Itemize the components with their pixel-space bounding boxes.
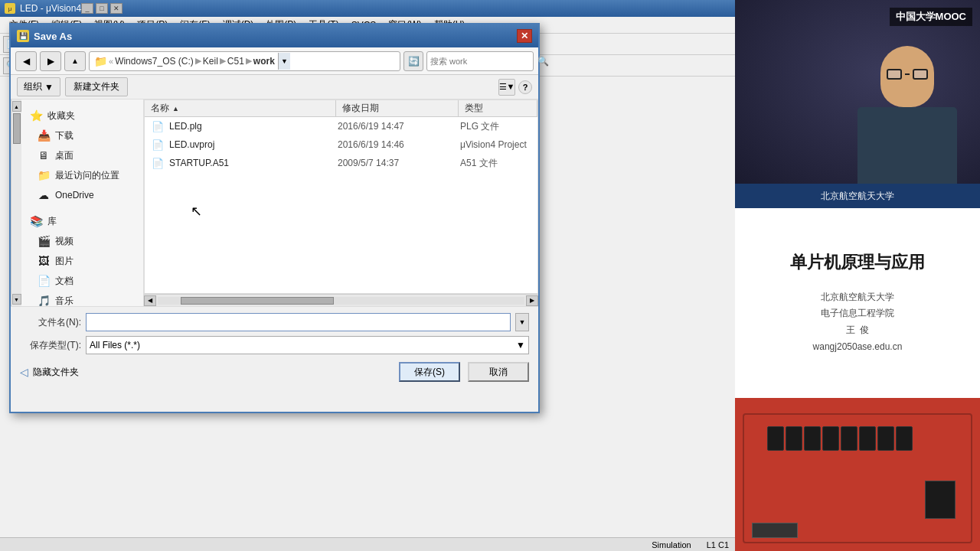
onedrive-label: OneDrive bbox=[55, 190, 94, 201]
organize-button[interactable]: 组织 ▼ bbox=[17, 77, 60, 96]
filetype-dropdown-icon: ▼ bbox=[516, 340, 525, 350]
dialog-actions: ◁ 隐藏文件夹 保存(S) 取消 bbox=[20, 362, 529, 382]
breadcrumb-folder-icon: 📁 bbox=[94, 55, 107, 67]
filename-input[interactable] bbox=[86, 313, 511, 331]
status-simulation: Simulation bbox=[652, 540, 691, 549]
dialog-icon: 💾 bbox=[17, 30, 29, 42]
address-dropdown-button[interactable]: ▼ bbox=[278, 53, 290, 70]
col-name-label: 名称 bbox=[151, 102, 169, 115]
nav-onedrive[interactable]: ☁ OneDrive bbox=[21, 185, 143, 205]
file-icon-led-uvproj: 📄 bbox=[151, 138, 165, 152]
breadcrumb-sep0: « bbox=[109, 57, 113, 66]
dialog-close-button[interactable]: ✕ bbox=[517, 29, 532, 43]
slide-content: 单片机原理与应用 北京航空航天大学 电子信息工程学院 王 俊 wangj2050… bbox=[735, 208, 980, 398]
seg-1 bbox=[767, 426, 784, 451]
dialog-bottom: 文件名(N): ▼ 保存类型(T): All Files (*.*) ▼ ◁ 隐… bbox=[11, 306, 538, 388]
dialog-title: Save As bbox=[34, 31, 517, 42]
scrollbar-up-btn[interactable]: ▲ bbox=[12, 101, 21, 112]
search-icon[interactable]: 🔍 bbox=[537, 54, 549, 68]
new-folder-label: 新建文件夹 bbox=[74, 80, 119, 93]
new-folder-button[interactable]: 新建文件夹 bbox=[65, 77, 128, 96]
view-button[interactable]: ☰▼ bbox=[498, 79, 515, 96]
search-box: 🔍 bbox=[426, 51, 534, 71]
breadcrumb-sep2: ▶ bbox=[220, 56, 226, 66]
file-date-led-plg: 2016/6/19 14:47 bbox=[338, 121, 460, 132]
hide-folders-label: 隐藏文件夹 bbox=[33, 366, 79, 379]
filetype-row: 保存类型(T): All Files (*.*) ▼ bbox=[20, 336, 529, 354]
dialog-body: ▲ ▼ ⭐ 收藏夹 📥 下载 bbox=[11, 99, 538, 306]
favorites-label: 收藏夹 bbox=[47, 109, 75, 122]
onedrive-icon: ☁ bbox=[37, 188, 51, 202]
scrollbar-down-btn[interactable]: ▼ bbox=[12, 294, 21, 305]
circuit-connector bbox=[752, 523, 798, 538]
nav-recent[interactable]: 📁 最近访问的位置 bbox=[21, 165, 143, 185]
nav-back-button[interactable]: ◀ bbox=[15, 51, 37, 71]
nav-documents[interactable]: 📄 文档 bbox=[21, 271, 143, 291]
seg-2 bbox=[786, 426, 802, 451]
breadcrumb-part0[interactable]: Windows7_OS (C:) bbox=[115, 56, 194, 67]
breadcrumb: 📁 « Windows7_OS (C:) ▶ Keil ▶ C51 ▶ work bbox=[94, 55, 275, 67]
nav-music[interactable]: 🎵 音乐 bbox=[21, 291, 143, 306]
slide-subtitle-line0: 北京航空航天大学 bbox=[813, 289, 903, 306]
dialog-toolbar: 组织 ▼ 新建文件夹 ☰▼ ? bbox=[11, 75, 538, 99]
nav-desktop[interactable]: 🖥 桌面 bbox=[21, 145, 143, 165]
hscroll-left-btn[interactable]: ◀ bbox=[144, 295, 156, 306]
breadcrumb-part2[interactable]: C51 bbox=[227, 56, 244, 67]
seg-7 bbox=[877, 426, 894, 451]
nav-favorites-section: ⭐ 收藏夹 📥 下载 🖥 桌面 📁 最近访 bbox=[21, 106, 143, 205]
slide-header: 北京航空航天大学 bbox=[735, 184, 980, 208]
hide-folders-row: ◁ 隐藏文件夹 bbox=[20, 366, 79, 379]
ic-chip bbox=[925, 481, 956, 519]
col-header-date[interactable]: 修改日期 bbox=[336, 100, 459, 116]
col-header-type[interactable]: 类型 bbox=[459, 100, 537, 116]
breadcrumb-part3[interactable]: work bbox=[253, 56, 275, 67]
mooc-badge: 中国大学MOOC bbox=[890, 8, 972, 26]
seg-8 bbox=[896, 426, 913, 451]
nav-forward-button[interactable]: ▶ bbox=[40, 51, 61, 71]
filelist-header: 名称 ▲ 修改日期 类型 bbox=[145, 100, 537, 117]
breadcrumb-part1[interactable]: Keil bbox=[203, 56, 218, 67]
nav-library-header: 📚 库 bbox=[21, 211, 143, 231]
help-button[interactable]: ? bbox=[518, 80, 532, 94]
downloads-label: 下载 bbox=[55, 129, 74, 142]
col-header-name[interactable]: 名称 ▲ bbox=[145, 100, 336, 116]
col-date-label: 修改日期 bbox=[342, 102, 379, 115]
file-icon-startup-a51: 📄 bbox=[151, 156, 165, 170]
library-label: 库 bbox=[47, 215, 57, 228]
file-date-led-uvproj: 2016/6/19 14:46 bbox=[338, 139, 460, 150]
nav-videos[interactable]: 🎬 视频 bbox=[21, 231, 143, 251]
nav-up-button[interactable]: ▲ bbox=[64, 51, 86, 71]
file-item-startup-a51[interactable]: 📄 STARTUP.A51 2009/5/7 14:37 A51 文件 bbox=[145, 154, 537, 172]
file-date-startup-a51: 2009/5/7 14:37 bbox=[338, 158, 460, 168]
ide-statusbar: Simulation L1 C1 bbox=[0, 537, 735, 551]
recent-label: 最近访问的位置 bbox=[55, 169, 119, 182]
glass-frame bbox=[887, 69, 928, 80]
col-type-label: 类型 bbox=[465, 102, 483, 115]
filename-dropdown-btn[interactable]: ▼ bbox=[515, 313, 529, 331]
file-type-startup-a51: A51 文件 bbox=[460, 157, 531, 170]
organize-arrow-icon: ▼ bbox=[44, 82, 54, 93]
seven-segment-display bbox=[767, 426, 913, 451]
nav-pictures[interactable]: 🖼 图片 bbox=[21, 251, 143, 271]
scrollbar-thumb[interactable] bbox=[13, 113, 21, 144]
search-input[interactable] bbox=[430, 57, 536, 66]
save-button[interactable]: 保存(S) bbox=[399, 362, 460, 382]
hscroll-thumb[interactable] bbox=[181, 297, 334, 305]
refresh-button[interactable]: 🔄 bbox=[403, 51, 423, 71]
status-position: L1 C1 bbox=[707, 540, 729, 549]
filetype-select[interactable]: All Files (*.*) ▼ bbox=[86, 336, 529, 354]
hscroll-right-btn[interactable]: ▶ bbox=[526, 295, 538, 306]
file-item-led-uvproj[interactable]: 📄 LED.uvproj 2016/6/19 14:46 μVision4 Pr… bbox=[145, 135, 537, 154]
person-glasses bbox=[887, 69, 928, 81]
file-type-led-plg: PLG 文件 bbox=[460, 120, 531, 133]
desktop-icon: 🖥 bbox=[37, 148, 51, 162]
cancel-button[interactable]: 取消 bbox=[468, 362, 529, 382]
organize-label: 组织 bbox=[24, 80, 42, 93]
file-type-led-uvproj: μVision4 Project bbox=[460, 139, 531, 150]
music-label: 音乐 bbox=[55, 295, 74, 307]
hscroll-track[interactable] bbox=[158, 297, 524, 305]
file-item-led-plg[interactable]: 📄 LED.plg 2016/6/19 14:47 PLG 文件 bbox=[145, 117, 537, 135]
nav-downloads[interactable]: 📥 下载 bbox=[21, 126, 143, 145]
address-bar[interactable]: 📁 « Windows7_OS (C:) ▶ Keil ▶ C51 ▶ work… bbox=[89, 51, 400, 71]
documents-icon: 📄 bbox=[37, 274, 51, 288]
